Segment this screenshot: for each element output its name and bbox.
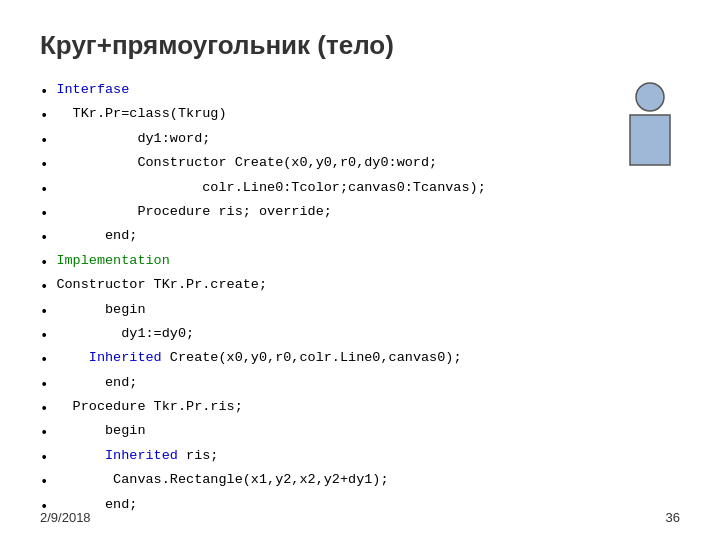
code-line-text: begin <box>56 420 145 442</box>
list-item: • end; <box>40 372 600 396</box>
list-item: • end; <box>40 225 600 249</box>
code-line-text: end; <box>56 225 137 247</box>
code-line-text: Interfase <box>56 79 129 101</box>
list-item: • TKr.Pr=class(Tkrug) <box>40 103 600 127</box>
diagram <box>610 79 680 183</box>
list-item: • dy1:word; <box>40 128 600 152</box>
list-item: • Canvas.Rectangle(x1,y2,x2,y2+dy1); <box>40 469 600 493</box>
bullet-icon: • <box>40 81 48 103</box>
list-item: •Interfase <box>40 79 600 103</box>
code-line-text: Constructor Create(x0,y0,r0,dy0:word; <box>56 152 437 174</box>
slide-title: Круг+прямоугольник (тело) <box>40 30 680 61</box>
list-item: • Procedure Tkr.Pr.ris; <box>40 396 600 420</box>
bullet-icon: • <box>40 325 48 347</box>
bullet-icon: • <box>40 154 48 176</box>
list-item: • Constructor Create(x0,y0,r0,dy0:word; <box>40 152 600 176</box>
list-item: • Inherited Create(x0,y0,r0,colr.Line0,c… <box>40 347 600 371</box>
svg-rect-1 <box>630 115 670 165</box>
code-line-text: Inherited Create(x0,y0,r0,colr.Line0,can… <box>56 347 461 369</box>
bullet-icon: • <box>40 374 48 396</box>
list-item: •Implementation <box>40 250 600 274</box>
footer-date: 2/9/2018 <box>40 510 91 525</box>
bullet-icon: • <box>40 252 48 274</box>
code-line-text: colr.Line0:Tcolor;canvas0:Tcanvas); <box>56 177 485 199</box>
code-line-text: begin <box>56 299 145 321</box>
slide-container: Круг+прямоугольник (тело) •Interfase• TK… <box>0 0 720 540</box>
bullet-icon: • <box>40 179 48 201</box>
bullet-icon: • <box>40 130 48 152</box>
bullet-icon: • <box>40 227 48 249</box>
code-line-text: Canvas.Rectangle(x1,y2,x2,y2+dy1); <box>56 469 388 491</box>
bullet-icon: • <box>40 349 48 371</box>
code-line-text: Inherited ris; <box>56 445 218 467</box>
code-line-text: end; <box>56 372 137 394</box>
code-line-text: Procedure Tkr.Pr.ris; <box>56 396 242 418</box>
list-item: • dy1:=dy0; <box>40 323 600 347</box>
code-line-text: Constructor TKr.Pr.create; <box>56 274 267 296</box>
code-line-text: Procedure ris; override; <box>56 201 331 223</box>
bullet-icon: • <box>40 471 48 493</box>
list-item: • colr.Line0:Tcolor;canvas0:Tcanvas); <box>40 177 600 201</box>
bullet-icon: • <box>40 105 48 127</box>
bullet-icon: • <box>40 422 48 444</box>
bullet-icon: • <box>40 276 48 298</box>
list-item: • Procedure ris; override; <box>40 201 600 225</box>
code-list: •Interfase• TKr.Pr=class(Tkrug)• dy1:wor… <box>40 79 600 518</box>
bullet-icon: • <box>40 398 48 420</box>
footer: 2/9/2018 36 <box>40 510 680 525</box>
svg-point-0 <box>636 83 664 111</box>
list-item: • begin <box>40 420 600 444</box>
bullet-icon: • <box>40 301 48 323</box>
bullet-icon: • <box>40 203 48 225</box>
list-item: • Inherited ris; <box>40 445 600 469</box>
code-line-text: dy1:=dy0; <box>56 323 194 345</box>
bullet-icon: • <box>40 447 48 469</box>
list-item: •Constructor TKr.Pr.create; <box>40 274 600 298</box>
content-area: •Interfase• TKr.Pr=class(Tkrug)• dy1:wor… <box>40 79 680 518</box>
footer-slide-number: 36 <box>666 510 680 525</box>
code-line-text: dy1:word; <box>56 128 210 150</box>
code-line-text: TKr.Pr=class(Tkrug) <box>56 103 226 125</box>
list-item: • begin <box>40 299 600 323</box>
code-line-text: Implementation <box>56 250 169 272</box>
